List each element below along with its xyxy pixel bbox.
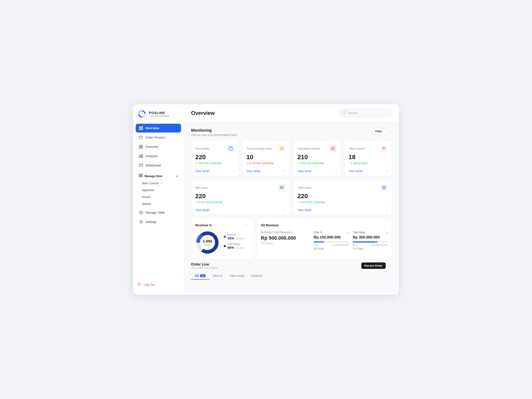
sidebar-item-analytics[interactable]: Analytics — [136, 152, 181, 160]
manage-dish-section[interactable]: Manage Dish ∧ — [136, 170, 181, 180]
legend-dine-in-block: Dine In 15% (Order) — [228, 233, 244, 240]
search-bar[interactable]: Search — [339, 109, 392, 117]
sidebar-item-overview[interactable]: Overview — [136, 124, 181, 133]
stat-card-pending-header: Total Pending Order — [247, 145, 286, 152]
est-label: Estimated Total Revenue ℹ — [261, 231, 310, 234]
sales-icon-total — [380, 184, 388, 191]
sidebar-item-order-process[interactable]: Order Process — [136, 133, 181, 142]
more-options-button[interactable]: ⋯ — [387, 129, 392, 134]
revenue-in-title: Revenue In — [195, 223, 212, 227]
svg-point-20 — [140, 221, 142, 222]
segment-label-dine-in: Dine In — [314, 231, 322, 234]
logout-icon — [137, 282, 141, 287]
filter-button[interactable]: Filter — [372, 128, 386, 134]
stat-value-pending: 10 — [247, 154, 286, 161]
arrow-up-net: ↗ — [195, 201, 197, 204]
progress-bar-take-away-fill — [353, 241, 377, 242]
sales-value-net: 220 — [195, 193, 285, 200]
info-icon: ℹ — [291, 231, 292, 234]
chevron-right-net: › — [285, 208, 285, 212]
legend-dot-take-away — [224, 245, 226, 247]
sidebar-navigation: Overview Order Process Overview — [133, 124, 184, 278]
manage-table-icon — [139, 210, 143, 215]
submenu-soups[interactable]: Soups — [139, 194, 181, 200]
sidebar: POSLINE Your POS Asistant Overview Order… — [133, 104, 184, 295]
recent-order-button[interactable]: Recent Order — [361, 262, 386, 269]
svg-rect-3 — [139, 128, 141, 130]
est-value: Rp 500.000.000 — [261, 235, 310, 241]
stat-label-pending: Total Pending Order — [247, 147, 272, 150]
sidebar-item-withdrawal[interactable]: Withdrawal — [136, 161, 181, 170]
grid-icon — [139, 126, 143, 130]
sales-detail-link-total[interactable]: View detail › — [298, 206, 388, 212]
stat-detail-link-cancelled[interactable]: View detail › — [298, 167, 337, 173]
upload-icon: ↑ — [349, 162, 350, 165]
segment-label-take-away: Take Away — [353, 231, 365, 234]
stat-card-product-header: Total Product — [349, 145, 388, 152]
submenu-main-course-label: Main Course — [142, 182, 159, 185]
stat-detail-link-pending[interactable]: View detail › — [247, 167, 286, 173]
arrow-up-total: ↗ — [298, 201, 300, 204]
sidebar-item-manage-table[interactable]: Manage Table — [136, 208, 181, 217]
stat-value-cancelled: 210 — [298, 154, 337, 161]
sidebar-item-order-process-label: Order Process — [146, 136, 165, 139]
submenu-soups-label: Soups — [142, 195, 150, 199]
tab-all[interactable]: All 12 — [191, 272, 209, 280]
legend-take-away-block: Take Away 85% (Order) — [228, 242, 244, 250]
stat-detail-link-total-order[interactable]: View detail › — [195, 167, 234, 173]
sales-change-total: ↗ 0.1% than yesterday — [298, 201, 388, 204]
stat-detail-link-product[interactable]: View detail › — [349, 167, 388, 173]
sidebar-item-overview2[interactable]: Overview — [136, 142, 181, 151]
revenue-in-header: Revenue In ⋯ — [195, 223, 249, 228]
revenue-in-card: Revenue In ⋯ — [191, 219, 253, 259]
stat-icon-product — [380, 145, 388, 152]
svg-rect-12 — [142, 154, 143, 158]
sales-change-net: ↗ 0.1% than yesterday — [195, 201, 285, 204]
sales-label-total: Total Sales — [298, 186, 312, 189]
tab-delivery[interactable]: Delivery — [248, 272, 266, 280]
search-placeholder-text: Search — [348, 111, 358, 115]
monitoring-section-header: Monitoring You can see your performance … — [191, 128, 392, 137]
analytics-icon — [139, 154, 143, 158]
stats-row: Total Order 220 ↗ 10% than yesterday Vie… — [191, 140, 392, 176]
segment-orders-take-away: 70 Order — [353, 247, 388, 250]
svg-rect-22 — [229, 147, 232, 150]
order-line-more-button[interactable]: ⋯ — [387, 263, 392, 268]
logo-title: POSLINE — [149, 111, 169, 115]
manage-dish-icon — [139, 174, 143, 178]
sidebar-item-overview-label: Overview — [146, 126, 159, 130]
tab-all-badge: 12 — [200, 274, 206, 277]
svg-rect-11 — [140, 155, 141, 158]
logo-text-block: POSLINE Your POS Asistant — [149, 111, 169, 117]
svg-point-18 — [139, 211, 143, 214]
submenu-appetizer[interactable]: Appetizer — [139, 187, 181, 194]
stat-change-cancelled: ↗ 15% than yesterday — [298, 162, 337, 165]
main-header: Overview Search — [184, 104, 399, 122]
sidebar-item-settings[interactable]: Settings — [136, 217, 181, 226]
sidebar-logo: POSLINE Your POS Asistant — [133, 109, 184, 124]
sidebar-item-analytics-label: Analytics — [146, 154, 158, 158]
stat-value-total-order: 220 — [195, 154, 234, 161]
arrow-up-icon: ↗ — [195, 162, 197, 165]
donut-value: 1.000 — [203, 239, 212, 244]
sales-card-total-sales: Total Sales 220 ↗ 0.1% than yesterday Vi… — [293, 180, 392, 215]
sidebar-item-overview2-label: Overview — [146, 145, 158, 149]
stat-change-product: ↑ 2 new product — [349, 162, 388, 165]
logout-button[interactable]: Log Out — [137, 280, 179, 289]
tab-take-away[interactable]: Take Away — [226, 272, 248, 280]
submenu-salads[interactable]: Salads — [139, 200, 181, 207]
search-icon — [343, 111, 347, 115]
svg-rect-5 — [139, 137, 143, 139]
dashboard-icon — [139, 145, 143, 149]
tab-dine-in[interactable]: Dine in — [209, 272, 226, 280]
submenu-main-course[interactable]: Main Course ✓ — [139, 180, 181, 187]
chevron-right-total: › — [387, 208, 388, 212]
legend-take-away: Take Away 85% (Order) — [224, 242, 249, 250]
stat-icon-cancelled — [329, 145, 337, 152]
main-content: Overview Search Monitoring You can see y… — [184, 104, 399, 295]
sales-detail-link-net[interactable]: View detail › — [195, 206, 285, 212]
donut-area: 1.000 Order Dine In 15% (Order) — [195, 230, 249, 255]
all-revenue-more-button[interactable]: ⋯ — [383, 223, 388, 228]
sidebar-item-withdrawal-label: Withdrawal — [146, 164, 161, 167]
revenue-in-more-button[interactable]: ⋯ — [245, 223, 249, 228]
